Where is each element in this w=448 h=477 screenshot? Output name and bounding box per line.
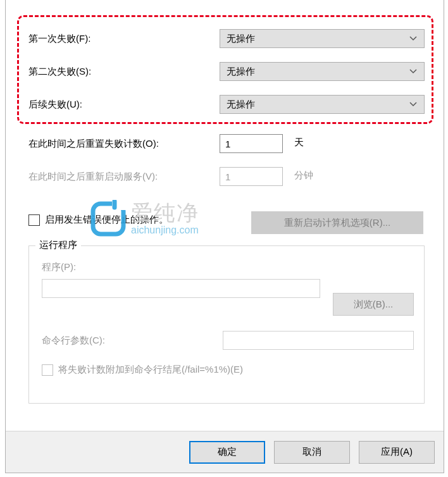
restart-service-unit: 分钟 <box>294 170 313 182</box>
reset-count-input[interactable]: 1 <box>220 134 283 153</box>
run-program-group: 运行程序 程序(P): 浏览(B)... 命令行参数(C): 将失败计数附加到命… <box>28 245 425 404</box>
dialog-footer: 确定 取消 应用(A) <box>6 431 444 473</box>
subsequent-failure-label: 后续失败(U): <box>28 99 218 111</box>
enable-stop-error-label: 启用发生错误便停止的操作。 <box>45 214 168 226</box>
cancel-button-label: 取消 <box>302 446 321 458</box>
restart-service-label: 在此时间之后重新启动服务(V): <box>28 171 218 183</box>
program-label: 程序(P): <box>42 261 76 273</box>
chevron-down-icon <box>409 34 418 43</box>
subsequent-failure-row: 后续失败(U): <box>28 95 218 114</box>
ok-button-label: 确定 <box>218 446 237 458</box>
reset-count-value: 1 <box>225 139 230 149</box>
restart-service-input: 1 <box>220 167 283 186</box>
run-program-title: 运行程序 <box>35 239 81 251</box>
enable-stop-error-row: 启用发生错误便停止的操作。 <box>28 214 168 226</box>
first-failure-value: 无操作 <box>227 33 255 45</box>
second-failure-label: 第二次失败(S): <box>28 66 218 78</box>
append-fail-label: 将失败计数附加到命令行结尾(/fail=%1%)(E) <box>58 364 243 376</box>
restart-computer-options-button: 重新启动计算机选项(R)... <box>251 211 423 234</box>
first-failure-label: 第一次失败(F): <box>28 33 218 45</box>
second-failure-value: 无操作 <box>227 66 255 78</box>
restart-service-row: 在此时间之后重新启动服务(V): <box>28 167 218 186</box>
program-input <box>42 279 320 298</box>
reset-count-unit: 天 <box>294 137 304 149</box>
second-failure-select[interactable]: 无操作 <box>220 62 425 81</box>
chevron-down-icon <box>409 67 418 76</box>
browse-button-label: 浏览(B)... <box>354 299 394 311</box>
first-failure-row: 第一次失败(F): <box>28 29 218 48</box>
cmdline-input <box>223 331 414 350</box>
svg-rect-1 <box>112 200 127 210</box>
append-fail-checkbox <box>42 364 53 376</box>
apply-button[interactable]: 应用(A) <box>359 441 435 464</box>
append-fail-row: 将失败计数附加到命令行结尾(/fail=%1%)(E) <box>42 364 243 376</box>
apply-button-label: 应用(A) <box>381 446 413 458</box>
restart-service-value: 1 <box>225 171 230 182</box>
subsequent-failure-select[interactable]: 无操作 <box>220 95 425 114</box>
reset-count-row: 在此时间之后重置失败计数(O): <box>28 134 218 153</box>
restart-computer-options-label: 重新启动计算机选项(R)... <box>284 217 390 229</box>
browse-button: 浏览(B)... <box>333 293 414 316</box>
first-failure-select[interactable]: 无操作 <box>220 29 425 48</box>
cancel-button[interactable]: 取消 <box>274 441 350 464</box>
cmdline-label: 命令行参数(C): <box>42 335 105 347</box>
content-area: 第一次失败(F): 无操作 第二次失败(S): 无操作 后续失败(U): 无操作 <box>6 0 444 430</box>
subsequent-failure-value: 无操作 <box>227 99 255 111</box>
chevron-down-icon <box>409 100 418 109</box>
enable-stop-error-checkbox[interactable] <box>28 214 40 226</box>
dialog-panel: 第一次失败(F): 无操作 第二次失败(S): 无操作 后续失败(U): 无操作 <box>5 0 444 473</box>
reset-count-label: 在此时间之后重置失败计数(O): <box>28 138 218 150</box>
ok-button[interactable]: 确定 <box>189 441 265 464</box>
watermark-en: aichunjing.com <box>131 225 199 236</box>
second-failure-row: 第二次失败(S): <box>28 62 218 81</box>
